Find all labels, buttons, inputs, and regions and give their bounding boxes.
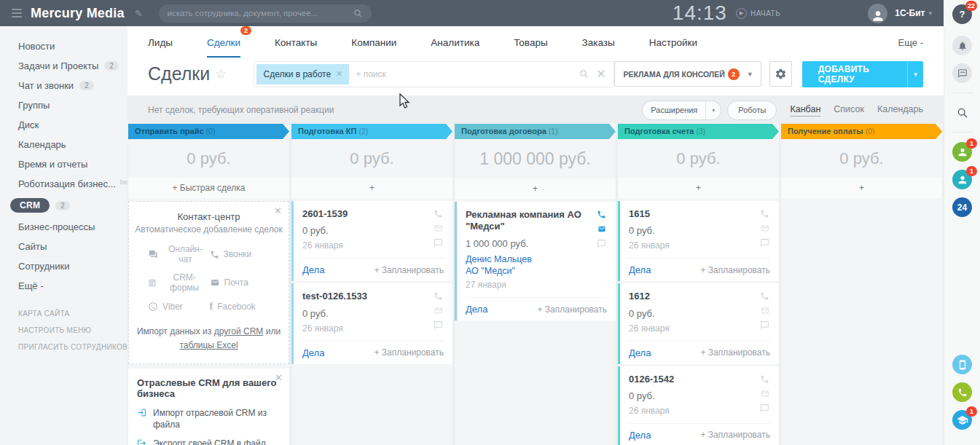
add-deal-plus-button[interactable]: +: [781, 178, 942, 198]
tab-orders[interactable]: Заказы: [582, 28, 615, 58]
comment-icon[interactable]: [597, 239, 607, 248]
rail-search-icon[interactable]: [952, 103, 972, 122]
bitrix24-badge[interactable]: 24: [952, 197, 972, 217]
add-deal-plus-button[interactable]: +: [618, 178, 779, 198]
sidebar-item-employees[interactable]: Сотрудники: [0, 256, 128, 276]
sidebar-configure-menu-link[interactable]: НАСТРОИТЬ МЕНЮ: [0, 322, 128, 339]
sidebar-item-bizproc[interactable]: Бизнес-процессы: [0, 217, 128, 237]
mail-icon[interactable]: [760, 224, 770, 232]
deal-card[interactable]: 2601-1539 0 руб. 26 января Дела + Заплан…: [291, 201, 452, 281]
quick-deal-button[interactable]: + Быстрая сделка: [128, 178, 289, 198]
call-icon[interactable]: [760, 374, 770, 384]
add-deal-caret-icon[interactable]: ▾: [907, 61, 923, 87]
filter-chip[interactable]: Сделки в работе ✕: [256, 64, 349, 84]
tabs-more-link[interactable]: Еще -: [898, 37, 923, 48]
view-kanban-link[interactable]: Канбан: [790, 104, 820, 117]
help-button[interactable]: ? 22: [952, 4, 972, 24]
global-search-input[interactable]: искать сотрудника, документ, прочее...: [159, 4, 372, 23]
sidebar-invite-link[interactable]: ПРИГЛАСИТЬ СОТРУДНИКОВ: [0, 339, 128, 355]
training-graduation-icon[interactable]: 1: [952, 410, 972, 430]
extensions-caret-icon[interactable]: ▾: [705, 101, 721, 119]
sidebar-item-crm[interactable]: CRM2: [0, 194, 128, 217]
deal-card[interactable]: test-0126.1533 0 руб. 26 января Дела + З…: [291, 283, 452, 363]
tab-deals[interactable]: Сделки2: [207, 28, 240, 58]
mail-icon[interactable]: [597, 225, 607, 233]
sidebar-item-time-reports[interactable]: Время и отчеты: [0, 154, 128, 174]
schedule-link[interactable]: + Запланировать: [374, 265, 444, 275]
schedule-link[interactable]: + Запланировать: [374, 347, 444, 358]
filter-search-icon[interactable]: [579, 69, 589, 79]
online-users-icon[interactable]: 1: [952, 142, 972, 162]
channel-facebook[interactable]: f Facebook: [210, 301, 256, 312]
tab-analytics[interactable]: Аналитика: [431, 28, 479, 58]
notifications-bell-icon[interactable]: [952, 36, 972, 55]
stage-header[interactable]: Подготовка КП (2): [291, 124, 452, 139]
add-deal-button[interactable]: ДОБАВИТЬ СДЕЛКУ ▾: [802, 61, 923, 87]
deal-card[interactable]: 1615 0 руб. 26 января Дела + Запланирова…: [618, 201, 779, 281]
sidebar-item-more[interactable]: Ещё -: [0, 276, 128, 296]
industry-import-link[interactable]: Импорт отраслевой CRM из файла: [137, 407, 281, 430]
user-avatar[interactable]: [868, 4, 887, 23]
deal-activities-link[interactable]: Дела: [302, 347, 324, 358]
deal-title[interactable]: Рекламная компания АО "Медси": [466, 209, 597, 233]
sidebar-sitemap-link[interactable]: КАРТА САЙТА: [0, 305, 128, 322]
start-workday-button[interactable]: ▶ НАЧАТЬ: [736, 8, 780, 19]
comment-icon[interactable]: [434, 320, 444, 330]
call-icon[interactable]: [760, 209, 770, 218]
deal-activities-link[interactable]: Дела: [629, 264, 651, 275]
sidebar-item-rpa[interactable]: Роботизация бизнес...beta: [0, 174, 128, 194]
user-name[interactable]: 1С-Бит: [895, 8, 925, 18]
stage-header[interactable]: Подготовка договора (1): [455, 124, 616, 139]
call-icon[interactable]: [434, 209, 444, 218]
favorite-star-icon[interactable]: ☆: [215, 66, 226, 82]
schedule-link[interactable]: + Запланировать: [700, 265, 770, 275]
view-calendar-link[interactable]: Календарь: [877, 104, 923, 116]
tab-contacts[interactable]: Контакты: [275, 28, 317, 58]
deal-card[interactable]: 1612 0 руб. 26 января Дела + Запланирова…: [618, 283, 779, 363]
sidebar-item-drive[interactable]: Диск: [0, 115, 128, 135]
call-icon[interactable]: [597, 210, 607, 219]
comment-icon[interactable]: [760, 320, 770, 330]
schedule-link[interactable]: + Запланировать: [700, 430, 770, 440]
close-icon[interactable]: ✕: [275, 372, 283, 383]
user-menu-caret-icon[interactable]: ▾: [928, 9, 932, 17]
deal-activities-link[interactable]: Дела: [302, 264, 324, 275]
add-deal-plus-button[interactable]: +: [291, 178, 452, 198]
deal-company-link[interactable]: АО "Медси": [466, 265, 597, 277]
deal-card[interactable]: 0126-1542 0 руб. 26 января Дела + Заплан…: [618, 366, 779, 445]
close-icon[interactable]: ✕: [274, 205, 282, 216]
mail-icon[interactable]: [434, 224, 444, 232]
deal-contact-link[interactable]: Денис Мальцев: [466, 253, 597, 266]
comment-icon[interactable]: [760, 403, 770, 413]
tab-products[interactable]: Товары: [514, 28, 547, 58]
sidebar-item-news[interactable]: Новости: [0, 36, 128, 56]
telephony-phone-icon[interactable]: [952, 382, 972, 402]
excel-link[interactable]: таблицы Excel: [179, 340, 238, 350]
mail-icon[interactable]: [760, 307, 770, 315]
sidebar-item-tasks[interactable]: Задачи и Проекты2: [0, 56, 128, 76]
filter-search-input[interactable]: Сделки в работе ✕ + поиск ✕: [254, 61, 614, 87]
mobile-app-icon[interactable]: [952, 355, 972, 374]
channel-crm-forms[interactable]: CRM-формы: [148, 272, 208, 293]
call-icon[interactable]: [760, 291, 770, 301]
call-icon[interactable]: [434, 291, 444, 301]
schedule-link[interactable]: + Запланировать: [537, 304, 607, 315]
mail-icon[interactable]: [434, 307, 444, 315]
comment-icon[interactable]: [434, 238, 444, 248]
deal-activities-link[interactable]: Дела: [466, 304, 487, 315]
edit-pencil-icon[interactable]: ✎: [135, 8, 143, 19]
stage-header[interactable]: Получение оплаты (0): [781, 124, 942, 139]
channel-viber[interactable]: Viber: [148, 301, 183, 312]
guests-icon[interactable]: 1: [952, 170, 972, 189]
robots-button[interactable]: Роботы: [727, 101, 777, 120]
comment-icon[interactable]: [760, 238, 770, 248]
filter-clear-icon[interactable]: ✕: [596, 67, 605, 81]
channel-online-chat[interactable]: Онлайн-чат: [148, 244, 208, 264]
chat-bubble-icon[interactable]: [952, 63, 972, 83]
stage-header[interactable]: Отправить прайс (0): [128, 124, 289, 139]
channel-mail[interactable]: Почта: [210, 272, 248, 293]
tab-companies[interactable]: Компании: [351, 28, 396, 58]
menu-hamburger-icon[interactable]: [12, 9, 22, 17]
tab-settings[interactable]: Настройки: [649, 28, 697, 58]
sidebar-item-chat[interactable]: Чат и звонки2: [0, 76, 128, 95]
